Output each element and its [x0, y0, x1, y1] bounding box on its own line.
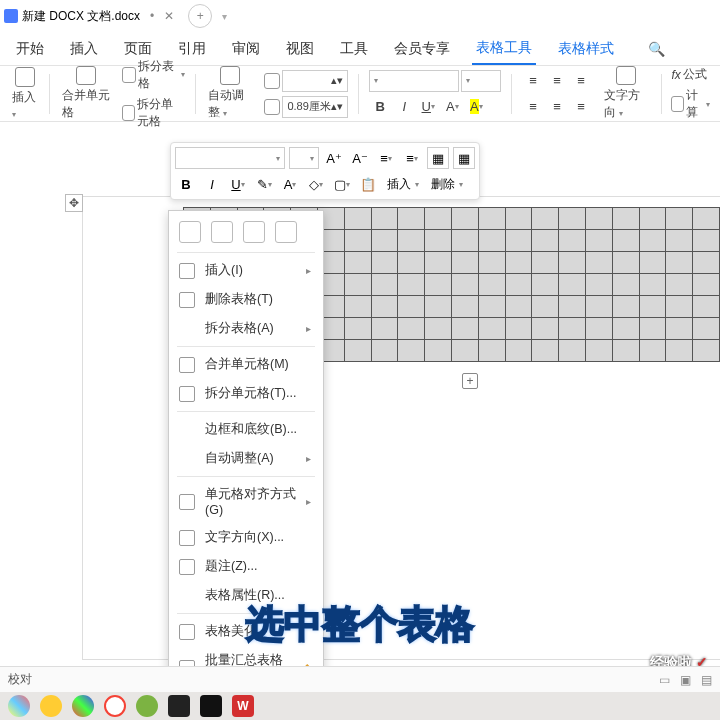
italic-button[interactable]: I — [393, 96, 415, 118]
align-bc-button[interactable]: ≡ — [546, 96, 568, 118]
ribbon-autofit[interactable]: 自动调整 ▾ — [202, 66, 259, 121]
bold-button[interactable]: B — [369, 96, 391, 118]
mini-italic[interactable]: I — [201, 173, 223, 195]
app-icon[interactable] — [72, 695, 94, 717]
paste-special-icon[interactable] — [275, 221, 297, 243]
ribbon-calc[interactable]: 计算▾ — [671, 87, 710, 121]
search-icon[interactable]: 🔍 — [644, 35, 669, 63]
align-br-button[interactable]: ≡ — [570, 96, 592, 118]
ribbon-insert[interactable]: 插入 ▾ — [6, 66, 43, 121]
col-width-icon — [264, 99, 280, 115]
separator — [177, 346, 315, 347]
mini-underline[interactable]: U▾ — [227, 173, 249, 195]
ctx-insert[interactable]: 插入(I)▸ — [169, 256, 323, 285]
align-tc-button[interactable]: ≡ — [546, 70, 568, 92]
ctx-align[interactable]: 单元格对齐方式(G)▸ — [169, 480, 323, 523]
highlight-button[interactable]: A▾ — [465, 96, 487, 118]
grow-font-button[interactable]: A⁺ — [323, 147, 345, 169]
underline-button[interactable]: U▾ — [417, 96, 439, 118]
tab-insert[interactable]: 插入 — [66, 34, 102, 64]
tab-table-style[interactable]: 表格样式 — [554, 34, 618, 64]
ctx-merge-cells[interactable]: 合并单元格(M) — [169, 350, 323, 379]
app-icon[interactable] — [168, 695, 190, 717]
mini-highlight[interactable]: ✎▾ — [253, 173, 275, 195]
ribbon-textdir[interactable]: 文字方向 ▾ — [598, 66, 655, 121]
ribbon-split-cell[interactable]: 拆分单元格 — [122, 96, 185, 130]
mini-font-color[interactable]: A▾ — [279, 173, 301, 195]
start-icon[interactable] — [8, 695, 30, 717]
ribbon-split-table[interactable]: 拆分表格▾ — [122, 58, 185, 92]
row-height-input[interactable]: ▴▾ — [282, 70, 348, 92]
align-bl-button[interactable]: ≡ — [522, 96, 544, 118]
chrome-icon[interactable] — [104, 695, 126, 717]
merge-cell-icon — [179, 357, 195, 373]
tab-view[interactable]: 视图 — [282, 34, 318, 64]
copy-icon[interactable] — [179, 221, 201, 243]
ctx-delete-table[interactable]: 删除表格(T) — [169, 285, 323, 314]
mini-font-size[interactable]: ▾ — [289, 147, 319, 169]
tab-start[interactable]: 开始 — [12, 34, 48, 64]
mini-paste[interactable]: 📋 — [357, 173, 379, 195]
app-icon[interactable] — [40, 695, 62, 717]
align-tl-button[interactable]: ≡ — [522, 70, 544, 92]
cut-icon[interactable] — [211, 221, 233, 243]
ctx-text-direction[interactable]: 文字方向(X)... — [169, 523, 323, 552]
wps-icon[interactable]: W — [232, 695, 254, 717]
textdir-icon — [616, 66, 636, 85]
calc-icon — [671, 96, 684, 112]
caption-icon — [179, 559, 195, 575]
ribbon-autofit-label: 自动调整 ▾ — [208, 87, 253, 121]
divider — [358, 74, 359, 114]
ctx-caption[interactable]: 题注(Z)... — [169, 552, 323, 581]
ribbon-textdir-label: 文字方向 ▾ — [604, 87, 649, 121]
mini-delete-label[interactable]: 删除▾ — [427, 173, 467, 195]
ribbon-merge-label: 合并单元格 — [62, 87, 110, 121]
tab-member[interactable]: 会员专享 — [390, 34, 454, 64]
tab-tools[interactable]: 工具 — [336, 34, 372, 64]
insert-icon — [179, 263, 195, 279]
mini-delete-icon[interactable]: ▦ — [453, 147, 475, 169]
mini-clear[interactable]: ◇▾ — [305, 173, 327, 195]
add-row-button[interactable]: + — [462, 373, 478, 389]
mini-bold[interactable]: B — [175, 173, 197, 195]
font-color-button[interactable]: A▾ — [441, 96, 463, 118]
font-size-select[interactable]: ▾ — [461, 70, 501, 92]
ribbon-formula[interactable]: fx 公式 — [671, 66, 710, 83]
align-tr-button[interactable]: ≡ — [570, 70, 592, 92]
view-mode-1-icon[interactable]: ▭ — [659, 673, 670, 687]
ribbon-merge[interactable]: 合并单元格 — [56, 66, 116, 121]
view-mode-3-icon[interactable]: ▤ — [701, 673, 712, 687]
align-button[interactable]: ≡▾ — [401, 147, 423, 169]
status-bar: 校对 ▭ ▣ ▤ — [0, 666, 720, 692]
tab-review[interactable]: 审阅 — [228, 34, 264, 64]
close-tab-icon[interactable]: ✕ — [164, 9, 174, 23]
separator — [177, 411, 315, 412]
table-select-handle[interactable]: ✥ — [65, 194, 83, 212]
separator — [177, 476, 315, 477]
tab-more-icon[interactable]: ▾ — [222, 11, 227, 22]
col-width-input[interactable]: 0.89厘米▴▾ — [282, 96, 348, 118]
merge-icon — [76, 66, 96, 85]
status-proof[interactable]: 校对 — [8, 671, 32, 688]
app-icon[interactable] — [136, 695, 158, 717]
ctx-split-table[interactable]: 拆分表格(A)▸ — [169, 314, 323, 343]
list-button[interactable]: ≡▾ — [375, 147, 397, 169]
view-mode-2-icon[interactable]: ▣ — [680, 673, 691, 687]
doc-title: 新建 DOCX 文档.docx — [22, 8, 140, 25]
mini-border[interactable]: ▢▾ — [331, 173, 353, 195]
mini-insert-label[interactable]: 插入▾ — [383, 173, 423, 195]
new-tab-button[interactable]: + — [188, 4, 212, 28]
mini-font-family[interactable]: ▾ — [175, 147, 285, 169]
ctx-autofit[interactable]: 自动调整(A)▸ — [169, 444, 323, 473]
mini-insert-icon[interactable]: ▦ — [427, 147, 449, 169]
video-caption: 选中整个表格 — [0, 599, 720, 650]
ctx-border[interactable]: 边框和底纹(B)... — [169, 415, 323, 444]
app-icon[interactable] — [200, 695, 222, 717]
split-cell-icon — [179, 386, 195, 402]
ctx-split-cells[interactable]: 拆分单元格(T)... — [169, 379, 323, 408]
tab-table-tools[interactable]: 表格工具 — [472, 33, 536, 65]
shrink-font-button[interactable]: A⁻ — [349, 147, 371, 169]
paste-icon[interactable] — [243, 221, 265, 243]
text-direction-icon — [179, 530, 195, 546]
font-family-select[interactable]: ▾ — [369, 70, 459, 92]
